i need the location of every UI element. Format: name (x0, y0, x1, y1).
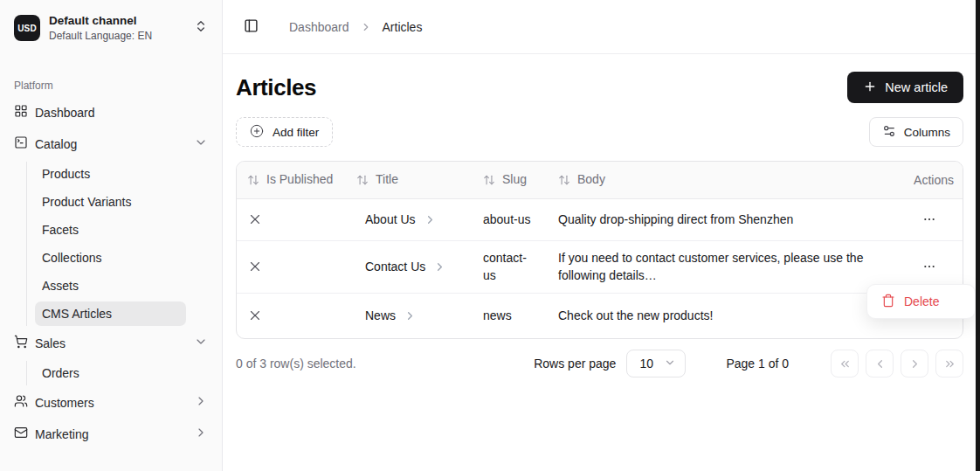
articles-table: Is Published Title Slug Body Actions Abo… (236, 161, 963, 339)
sidebar-item-label: Sales (35, 336, 187, 350)
row-actions-button[interactable] (919, 256, 940, 277)
trash-icon (881, 294, 895, 310)
sidebar-item-dashboard[interactable]: Dashboard (7, 99, 215, 127)
page-content: Articles New article Add filter Columns (223, 54, 976, 471)
rows-per-page-label: Rows per page (534, 357, 616, 371)
table-row: About Us about-us Quality drop-shipping … (237, 198, 963, 240)
breadcrumb-dashboard[interactable]: Dashboard (289, 20, 349, 34)
shopping-cart-icon (14, 335, 28, 351)
table-footer: 0 of 3 row(s) selected. Rows per page 10… (236, 350, 963, 377)
sidebar-item-facets[interactable]: Facets (35, 218, 186, 242)
users-icon (14, 394, 28, 411)
not-published-x-icon (247, 259, 335, 274)
chevron-left-icon (873, 357, 887, 371)
sort-body[interactable]: Body (558, 171, 887, 188)
chevron-right-icon (433, 260, 446, 274)
next-page-button[interactable] (901, 350, 928, 377)
main-area: Dashboard Articles Articles New article … (223, 0, 976, 471)
delete-menu-item[interactable]: Delete (867, 294, 975, 310)
chevron-down-icon (194, 135, 208, 152)
previous-page-button[interactable] (866, 350, 894, 377)
table-header-row: Is Published Title Slug Body Actions (237, 162, 963, 198)
page-info: Page 1 of 0 (726, 357, 789, 371)
sidebar-item-customers[interactable]: Customers (7, 389, 215, 417)
channel-currency-badge: USD (14, 15, 40, 41)
app-window: USD Default channel Default Language: EN… (0, 0, 980, 471)
catalog-subnav: Products Product Variants Facets Collect… (26, 162, 186, 326)
sidebar-section-label: Platform (0, 57, 222, 97)
article-slug: about-us (473, 198, 548, 240)
table-toolbar: Add filter Columns (236, 117, 963, 147)
mail-icon (14, 426, 28, 442)
channel-name: Default channel (49, 14, 185, 29)
sidebar-item-label: Dashboard (35, 106, 208, 120)
article-slug: contact-us (473, 240, 548, 293)
pagination (831, 350, 963, 377)
row-actions-button[interactable] (919, 209, 940, 230)
selection-status: 0 of 3 row(s) selected. (236, 357, 534, 371)
channel-language: Default Language: EN (49, 30, 185, 43)
circle-plus-icon (250, 124, 264, 141)
table-row: Contact Us contact-us If you need to con… (237, 240, 963, 293)
layout-grid-icon (14, 104, 28, 121)
sort-title[interactable]: Title (356, 171, 462, 188)
sidebar: USD Default channel Default Language: EN… (0, 0, 223, 471)
sidebar-item-assets[interactable]: Assets (35, 274, 186, 298)
arrow-up-down-icon (558, 174, 570, 186)
panel-left-icon (244, 18, 259, 36)
sidebar-item-label: Customers (35, 396, 187, 410)
breadcrumb-articles: Articles (383, 20, 423, 34)
arrow-up-down-icon (483, 174, 495, 186)
article-body: Quality drop-shipping direct from Shenzh… (548, 198, 897, 240)
plus-icon (863, 80, 877, 96)
breadcrumb: Dashboard Articles (289, 20, 422, 34)
window-edge (976, 0, 980, 471)
square-terminal-icon (14, 135, 28, 152)
sidebar-item-label: Marketing (35, 427, 187, 441)
chevrons-right-icon (943, 357, 956, 371)
last-page-button[interactable] (935, 350, 963, 377)
article-title-link[interactable]: Contact Us (356, 258, 446, 275)
arrow-up-down-icon (247, 174, 259, 186)
table-row: News news Check out the new products! (237, 293, 963, 338)
topbar: Dashboard Articles (223, 0, 976, 54)
article-body: Check out the new products! (548, 293, 897, 338)
sidebar-item-product-variants[interactable]: Product Variants (35, 190, 186, 214)
article-body: If you need to contact customer services… (548, 240, 897, 293)
sales-subnav: Orders (26, 361, 186, 385)
chevron-right-icon (424, 213, 437, 226)
sidebar-item-cms-articles[interactable]: CMS Articles (35, 301, 186, 326)
new-article-button[interactable]: New article (847, 72, 963, 103)
article-title-link[interactable]: News (356, 307, 417, 324)
settings-sliders-icon (882, 124, 896, 141)
chevron-right-icon (908, 357, 921, 371)
arrow-up-down-icon (356, 174, 369, 186)
article-slug: news (473, 293, 548, 338)
sidebar-item-marketing[interactable]: Marketing (7, 420, 215, 448)
not-published-x-icon (247, 211, 335, 227)
sidebar-item-collections[interactable]: Collections (35, 246, 186, 270)
chevron-right-icon (194, 394, 208, 411)
sidebar-item-orders[interactable]: Orders (35, 361, 186, 385)
sidebar-item-products[interactable]: Products (35, 162, 186, 186)
sort-slug[interactable]: Slug (483, 171, 537, 188)
add-filter-button[interactable]: Add filter (236, 117, 333, 147)
sidebar-item-label: Catalog (35, 137, 187, 151)
article-title-link[interactable]: About Us (356, 211, 437, 228)
ellipsis-icon (922, 212, 936, 226)
channel-switcher[interactable]: USD Default channel Default Language: EN (7, 7, 215, 50)
chevrons-up-down-icon (194, 19, 208, 37)
chevron-right-icon (194, 426, 208, 442)
first-page-button[interactable] (831, 350, 859, 377)
sidebar-item-sales[interactable]: Sales (7, 329, 215, 357)
sidebar-item-catalog[interactable]: Catalog (7, 130, 215, 158)
row-context-menu: Delete (866, 284, 976, 319)
rows-per-page-select[interactable]: 10 (626, 350, 686, 377)
chevron-right-icon (404, 309, 417, 322)
chevron-down-icon (194, 335, 208, 351)
sort-is-published[interactable]: Is Published (247, 171, 335, 188)
columns-button[interactable]: Columns (869, 117, 963, 147)
page-title: Articles (236, 74, 316, 101)
sidebar-toggle-button[interactable] (238, 15, 263, 39)
chevron-right-icon (360, 21, 372, 33)
